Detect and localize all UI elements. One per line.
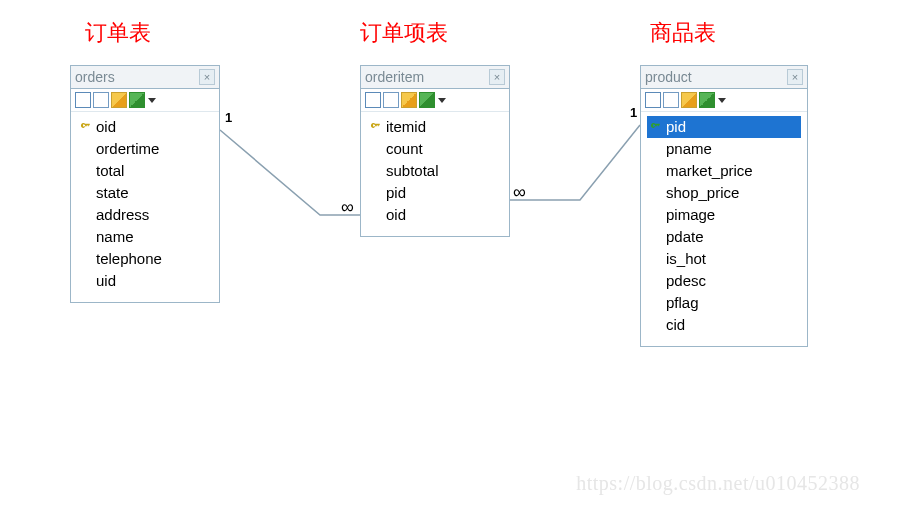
table-orders-header[interactable]: orders × [71,66,219,89]
toolbar-grid-icon[interactable] [365,92,381,108]
col-name: pimage [666,204,715,226]
col-oid[interactable]: oid [77,116,213,138]
col-cid[interactable]: ·cid [647,314,801,336]
col-name: oid [96,116,116,138]
col-name: telephone [96,248,162,270]
col-state[interactable]: ·state [77,182,213,204]
toolbar-grid2-icon[interactable] [663,92,679,108]
toolbar-grid-icon[interactable] [645,92,661,108]
table-orderitem-header[interactable]: orderitem × [361,66,509,89]
table-orders-columns: oid ·ordertime ·total ·state ·address ·n… [71,112,219,302]
col-name: itemid [386,116,426,138]
toolbar-dropdown-icon[interactable] [438,98,446,103]
col-name: pflag [666,292,699,314]
col-telephone[interactable]: ·telephone [77,248,213,270]
col-subtotal[interactable]: ·subtotal [367,160,503,182]
col-name: pdate [666,226,704,248]
table-product: product × pid ·pname ·market_price ·shop… [640,65,808,347]
rel-orders-card-many: ∞ [341,197,354,218]
rel-orders-card-one: 1 [225,110,232,125]
table-product-header[interactable]: product × [641,66,807,89]
table-product-title: product [645,69,692,85]
label-product: 商品表 [650,18,716,48]
key-icon [369,120,383,134]
close-icon[interactable]: × [489,69,505,85]
col-pdesc[interactable]: ·pdesc [647,270,801,292]
col-name: ordertime [96,138,159,160]
close-icon[interactable]: × [199,69,215,85]
table-orders-title: orders [75,69,115,85]
col-pname[interactable]: ·pname [647,138,801,160]
col-name: count [386,138,423,160]
col-pimage[interactable]: ·pimage [647,204,801,226]
table-orderitem-toolbar [361,89,509,112]
col-pid[interactable]: pid [647,116,801,138]
col-count[interactable]: ·count [367,138,503,160]
table-orderitem-title: orderitem [365,69,424,85]
toolbar-sql-icon[interactable] [111,92,127,108]
col-name: pid [666,116,686,138]
toolbar-grid-icon[interactable] [75,92,91,108]
col-name: shop_price [666,182,739,204]
rel-product-card-one: 1 [630,105,637,120]
col-name: uid [96,270,116,292]
col-name: address [96,204,149,226]
col-name: market_price [666,160,753,182]
col-market-price[interactable]: ·market_price [647,160,801,182]
col-itemid[interactable]: itemid [367,116,503,138]
toolbar-sql-icon[interactable] [401,92,417,108]
col-name: subtotal [386,160,439,182]
label-orderitem: 订单项表 [360,18,448,48]
watermark: https://blog.csdn.net/u010452388 [576,472,860,495]
col-ordertime[interactable]: ·ordertime [77,138,213,160]
col-name: total [96,160,124,182]
table-orders-toolbar [71,89,219,112]
table-orders: orders × oid ·ordertime ·total ·state ·a… [70,65,220,303]
table-product-toolbar [641,89,807,112]
col-name: cid [666,314,685,336]
toolbar-dropdown-icon[interactable] [718,98,726,103]
toolbar-dropdown-icon[interactable] [148,98,156,103]
table-orderitem-columns: itemid ·count ·subtotal ·pid ·oid [361,112,509,236]
col-name: name [96,226,134,248]
col-name: pdesc [666,270,706,292]
col-oid-fk[interactable]: ·oid [367,204,503,226]
close-icon[interactable]: × [787,69,803,85]
rel-product-card-many: ∞ [513,182,526,203]
toolbar-exec-icon[interactable] [699,92,715,108]
col-is-hot[interactable]: ·is_hot [647,248,801,270]
key-icon [649,120,663,134]
key-icon [79,120,93,134]
col-pid[interactable]: ·pid [367,182,503,204]
toolbar-exec-icon[interactable] [419,92,435,108]
table-orderitem: orderitem × itemid ·count ·subtotal ·pid… [360,65,510,237]
toolbar-grid2-icon[interactable] [93,92,109,108]
col-pdate[interactable]: ·pdate [647,226,801,248]
table-product-columns: pid ·pname ·market_price ·shop_price ·pi… [641,112,807,346]
label-orders: 订单表 [85,18,151,48]
col-name: pname [666,138,712,160]
col-address[interactable]: ·address [77,204,213,226]
toolbar-sql-icon[interactable] [681,92,697,108]
col-name: oid [386,204,406,226]
col-uid[interactable]: ·uid [77,270,213,292]
col-name-col[interactable]: ·name [77,226,213,248]
col-name: state [96,182,129,204]
col-shop-price[interactable]: ·shop_price [647,182,801,204]
toolbar-exec-icon[interactable] [129,92,145,108]
col-pflag[interactable]: ·pflag [647,292,801,314]
col-name: is_hot [666,248,706,270]
col-name: pid [386,182,406,204]
col-total[interactable]: ·total [77,160,213,182]
toolbar-grid2-icon[interactable] [383,92,399,108]
